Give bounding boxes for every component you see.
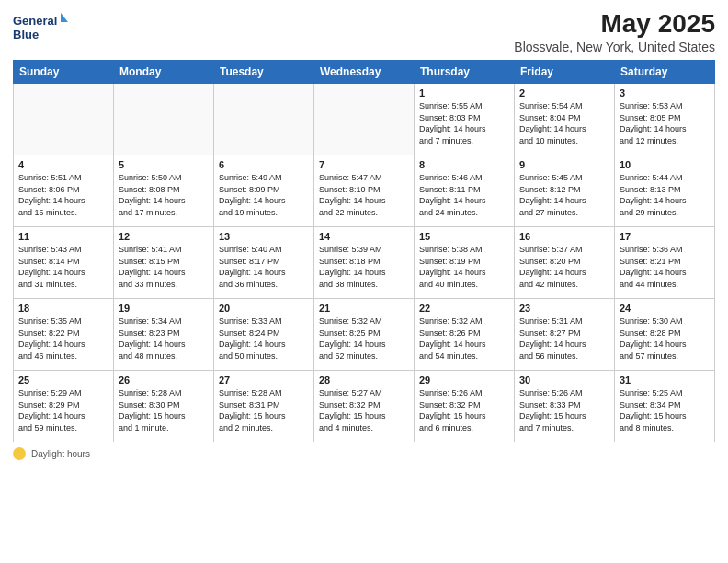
calendar-week-1: 1Sunrise: 5:55 AM Sunset: 8:03 PM Daylig… [14,84,715,155]
day-info: Sunrise: 5:29 AM Sunset: 8:29 PM Dayligh… [18,387,108,433]
day-info: Sunrise: 5:27 AM Sunset: 8:32 PM Dayligh… [319,387,409,433]
day-number: 4 [18,159,108,170]
calendar-cell: 3Sunrise: 5:53 AM Sunset: 8:05 PM Daylig… [615,84,715,155]
col-header-tuesday: Tuesday [214,61,314,84]
calendar-cell: 10Sunrise: 5:44 AM Sunset: 8:13 PM Dayli… [615,155,715,227]
calendar-cell: 17Sunrise: 5:36 AM Sunset: 8:21 PM Dayli… [615,227,715,299]
day-info: Sunrise: 5:43 AM Sunset: 8:14 PM Dayligh… [18,244,108,290]
day-number: 17 [620,231,710,242]
day-number: 15 [419,231,509,242]
svg-text:General: General [13,14,57,28]
footer: Daylight hours [13,447,715,460]
calendar-cell: 13Sunrise: 5:40 AM Sunset: 8:17 PM Dayli… [214,227,314,299]
calendar-cell: 27Sunrise: 5:28 AM Sunset: 8:31 PM Dayli… [214,371,314,442]
day-number: 6 [219,159,309,170]
day-number: 21 [319,303,409,314]
calendar-header-row: SundayMondayTuesdayWednesdayThursdayFrid… [14,61,715,84]
day-number: 7 [319,159,409,170]
day-info: Sunrise: 5:26 AM Sunset: 8:32 PM Dayligh… [419,387,509,433]
day-number: 30 [519,374,609,385]
day-info: Sunrise: 5:32 AM Sunset: 8:26 PM Dayligh… [419,316,509,362]
calendar-cell: 11Sunrise: 5:43 AM Sunset: 8:14 PM Dayli… [14,227,114,299]
calendar: SundayMondayTuesdayWednesdayThursdayFrid… [13,60,715,442]
calendar-cell: 14Sunrise: 5:39 AM Sunset: 8:18 PM Dayli… [314,227,415,299]
day-number: 27 [219,374,309,385]
day-number: 2 [519,87,609,98]
day-number: 31 [620,374,710,385]
day-number: 18 [18,303,108,314]
day-number: 1 [419,87,509,98]
calendar-cell: 1Sunrise: 5:55 AM Sunset: 8:03 PM Daylig… [415,84,515,155]
day-number: 10 [620,159,710,170]
calendar-cell: 26Sunrise: 5:28 AM Sunset: 8:30 PM Dayli… [114,371,214,442]
day-number: 3 [620,87,710,98]
calendar-cell: 4Sunrise: 5:51 AM Sunset: 8:06 PM Daylig… [14,155,114,227]
daylight-label: Daylight hours [31,449,90,459]
title-block: May 2025 Blossvale, New York, United Sta… [514,9,715,54]
day-info: Sunrise: 5:39 AM Sunset: 8:18 PM Dayligh… [319,244,409,290]
svg-text:Blue: Blue [13,28,39,41]
col-header-thursday: Thursday [415,61,515,84]
calendar-cell: 16Sunrise: 5:37 AM Sunset: 8:20 PM Dayli… [515,227,615,299]
day-info: Sunrise: 5:53 AM Sunset: 8:05 PM Dayligh… [620,100,710,146]
day-info: Sunrise: 5:38 AM Sunset: 8:19 PM Dayligh… [419,244,509,290]
day-info: Sunrise: 5:25 AM Sunset: 8:34 PM Dayligh… [620,387,710,433]
day-number: 20 [219,303,309,314]
day-info: Sunrise: 5:37 AM Sunset: 8:20 PM Dayligh… [519,244,609,290]
col-header-wednesday: Wednesday [314,61,415,84]
svg-marker-2 [61,13,68,22]
calendar-cell: 19Sunrise: 5:34 AM Sunset: 8:23 PM Dayli… [114,299,214,371]
day-number: 26 [119,374,209,385]
calendar-cell [114,84,214,155]
day-info: Sunrise: 5:28 AM Sunset: 8:31 PM Dayligh… [219,387,309,433]
calendar-cell: 22Sunrise: 5:32 AM Sunset: 8:26 PM Dayli… [415,299,515,371]
calendar-cell: 20Sunrise: 5:33 AM Sunset: 8:24 PM Dayli… [214,299,314,371]
calendar-cell: 28Sunrise: 5:27 AM Sunset: 8:32 PM Dayli… [314,371,415,442]
day-info: Sunrise: 5:55 AM Sunset: 8:03 PM Dayligh… [419,100,509,146]
calendar-cell: 7Sunrise: 5:47 AM Sunset: 8:10 PM Daylig… [314,155,415,227]
calendar-cell: 6Sunrise: 5:49 AM Sunset: 8:09 PM Daylig… [214,155,314,227]
col-header-monday: Monday [114,61,214,84]
day-info: Sunrise: 5:50 AM Sunset: 8:08 PM Dayligh… [119,172,209,218]
calendar-cell: 2Sunrise: 5:54 AM Sunset: 8:04 PM Daylig… [515,84,615,155]
calendar-week-2: 4Sunrise: 5:51 AM Sunset: 8:06 PM Daylig… [14,155,715,227]
calendar-cell: 29Sunrise: 5:26 AM Sunset: 8:32 PM Dayli… [415,371,515,442]
day-info: Sunrise: 5:54 AM Sunset: 8:04 PM Dayligh… [519,100,609,146]
calendar-week-3: 11Sunrise: 5:43 AM Sunset: 8:14 PM Dayli… [14,227,715,299]
day-info: Sunrise: 5:51 AM Sunset: 8:06 PM Dayligh… [18,172,108,218]
day-number: 28 [319,374,409,385]
day-number: 8 [419,159,509,170]
sun-icon [13,447,26,460]
day-number: 9 [519,159,609,170]
day-info: Sunrise: 5:40 AM Sunset: 8:17 PM Dayligh… [219,244,309,290]
page: General Blue May 2025 Blossvale, New Yor… [0,0,728,563]
day-number: 19 [119,303,209,314]
day-number: 23 [519,303,609,314]
day-info: Sunrise: 5:49 AM Sunset: 8:09 PM Dayligh… [219,172,309,218]
day-number: 29 [419,374,509,385]
day-info: Sunrise: 5:32 AM Sunset: 8:25 PM Dayligh… [319,316,409,362]
day-info: Sunrise: 5:41 AM Sunset: 8:15 PM Dayligh… [119,244,209,290]
day-info: Sunrise: 5:44 AM Sunset: 8:13 PM Dayligh… [620,172,710,218]
calendar-cell: 18Sunrise: 5:35 AM Sunset: 8:22 PM Dayli… [14,299,114,371]
day-info: Sunrise: 5:33 AM Sunset: 8:24 PM Dayligh… [219,316,309,362]
day-number: 16 [519,231,609,242]
day-number: 13 [219,231,309,242]
day-info: Sunrise: 5:34 AM Sunset: 8:23 PM Dayligh… [119,316,209,362]
day-info: Sunrise: 5:45 AM Sunset: 8:12 PM Dayligh… [519,172,609,218]
logo: General Blue [13,9,68,44]
calendar-cell: 31Sunrise: 5:25 AM Sunset: 8:34 PM Dayli… [615,371,715,442]
col-header-friday: Friday [515,61,615,84]
subtitle: Blossvale, New York, United States [514,40,715,54]
day-info: Sunrise: 5:28 AM Sunset: 8:30 PM Dayligh… [119,387,209,433]
day-info: Sunrise: 5:30 AM Sunset: 8:28 PM Dayligh… [620,316,710,362]
day-info: Sunrise: 5:36 AM Sunset: 8:21 PM Dayligh… [620,244,710,290]
day-number: 22 [419,303,509,314]
header: General Blue May 2025 Blossvale, New Yor… [13,9,715,54]
calendar-cell: 24Sunrise: 5:30 AM Sunset: 8:28 PM Dayli… [615,299,715,371]
calendar-cell: 12Sunrise: 5:41 AM Sunset: 8:15 PM Dayli… [114,227,214,299]
calendar-cell: 15Sunrise: 5:38 AM Sunset: 8:19 PM Dayli… [415,227,515,299]
col-header-sunday: Sunday [14,61,114,84]
day-info: Sunrise: 5:47 AM Sunset: 8:10 PM Dayligh… [319,172,409,218]
day-number: 11 [18,231,108,242]
